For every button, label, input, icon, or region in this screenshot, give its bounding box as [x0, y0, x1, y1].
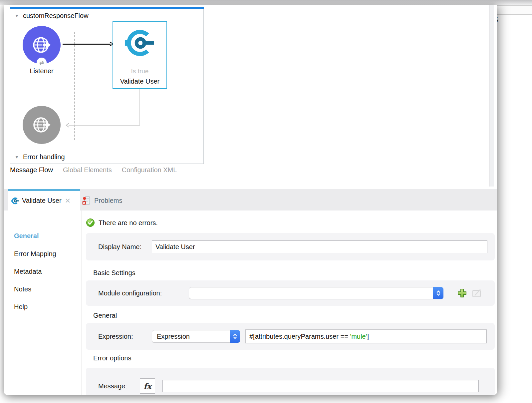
tab-problems[interactable]: Problems [82, 189, 122, 210]
display-name-input[interactable] [152, 240, 487, 253]
screenshot-root: S ▼ customResponseFlow [0, 0, 532, 403]
edit-config-button[interactable] [472, 288, 482, 298]
validator-subtitle: Is true [113, 68, 166, 75]
tab-validate-user[interactable]: Validate User ✕ [8, 189, 80, 210]
expression-code: #[attributes.queryParams.user == [249, 333, 350, 340]
tab-validate-user-label: Validate User [22, 197, 62, 204]
display-name-panel: Display Name: [86, 233, 495, 260]
expression-input[interactable]: #[attributes.queryParams.user == 'mule'] [245, 329, 487, 343]
sidebar-item-notes[interactable]: Notes [14, 285, 31, 293]
problems-icon [82, 196, 91, 205]
expression-type-select[interactable]: Expression [152, 330, 240, 343]
canvas-scrollbar[interactable] [489, 5, 494, 187]
return-connector-vertical [139, 89, 140, 126]
expression-type-value: Expression [157, 333, 190, 340]
status-message: There are no errors. [99, 219, 158, 227]
validation-icon [11, 197, 19, 205]
return-connector-arrowhead-icon [66, 123, 70, 128]
validator-title: Validate User [113, 78, 166, 85]
section-heading-general: General [93, 312, 117, 319]
error-options-panel: Message: fx [86, 368, 495, 395]
expression-string-literal: 'mule' [350, 333, 367, 340]
close-icon[interactable]: ✕ [65, 197, 71, 205]
fx-icon: fx [143, 382, 151, 391]
expression-label: Expression: [98, 333, 152, 340]
window-top-edge [0, 0, 532, 5]
expression-code-end: ] [367, 333, 369, 340]
section-heading-error-options: Error options [93, 354, 132, 362]
flow-connector-line [63, 44, 111, 45]
section-heading-basic-settings: Basic Settings [93, 269, 135, 277]
module-configuration-label: Module configuration: [98, 289, 189, 297]
return-connector-horizontal [69, 125, 140, 126]
collapse-triangle-icon[interactable]: ▼ [15, 13, 19, 18]
module-configuration-select[interactable] [189, 287, 443, 299]
select-stepper-icon [230, 330, 240, 343]
message-input[interactable] [162, 380, 479, 392]
tab-configuration-xml[interactable]: Configuration XML [122, 166, 177, 174]
general-panel: Expression: Expression #[attributes.quer… [86, 323, 495, 350]
sidebar-item-general[interactable]: General [14, 232, 39, 240]
exchange-arrows-icon: ⇄ [39, 60, 44, 66]
tab-problems-label: Problems [94, 197, 122, 204]
display-name-label: Display Name: [98, 243, 152, 251]
sidebar-divider [82, 210, 82, 395]
validate-user-node[interactable]: Is true Validate User [113, 21, 167, 89]
flow-selection-bar [10, 7, 204, 9]
exchange-badge: ⇄ [37, 58, 47, 68]
http-globe-icon [31, 34, 53, 56]
http-globe-gray-icon [31, 114, 52, 136]
add-config-button[interactable] [457, 288, 467, 298]
sidebar-item-metadata[interactable]: Metadata [14, 268, 42, 275]
editor-view-tabs: Message Flow Global Elements Configurati… [10, 166, 177, 174]
ok-check-icon [86, 218, 95, 227]
response-node[interactable] [23, 106, 61, 144]
listener-label: Listener [23, 67, 61, 75]
active-tab-accent [8, 189, 80, 191]
flow-divider-dashed-line [74, 32, 75, 140]
message-label: Message: [98, 382, 140, 390]
studio-window: ▼ customResponseFlow ⇄ Listen [4, 5, 497, 395]
collapse-triangle-icon[interactable]: ▼ [15, 155, 19, 160]
sidebar-item-help[interactable]: Help [14, 303, 28, 311]
flow-header[interactable]: ▼ customResponseFlow [15, 12, 89, 20]
error-handling-label: Error handling [23, 153, 65, 161]
error-handling-header[interactable]: ▼ Error handling [15, 153, 65, 161]
select-stepper-icon [433, 287, 443, 299]
sidebar-item-error-mapping[interactable]: Error Mapping [14, 250, 56, 258]
fx-expression-button[interactable]: fx [140, 378, 155, 394]
flow-title: customResponseFlow [23, 12, 89, 20]
palette-search-fragment [495, 5, 532, 15]
tab-global-elements[interactable]: Global Elements [63, 166, 112, 174]
tab-message-flow[interactable]: Message Flow [10, 166, 53, 174]
basic-settings-panel: Module configuration: [86, 280, 495, 306]
validation-icon [125, 27, 156, 59]
